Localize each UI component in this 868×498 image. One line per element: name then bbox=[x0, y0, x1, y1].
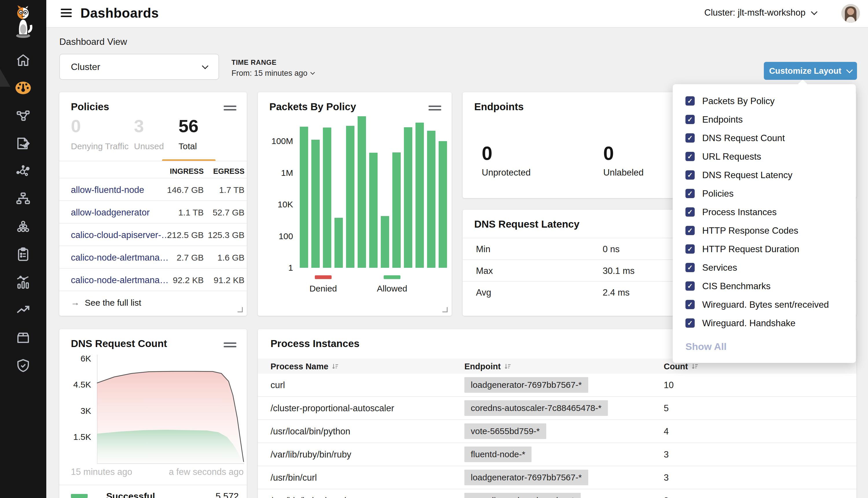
legend-swatch bbox=[315, 275, 332, 279]
dashboard-gauge-icon bbox=[15, 81, 31, 96]
see-full-list-link[interactable]: →See the full list bbox=[59, 291, 247, 313]
allowed-bar[interactable] bbox=[335, 218, 343, 268]
customize-layout-menu: ✓ Packets By Policy✓ Endpoints✓ DNS Requ… bbox=[673, 84, 856, 363]
policy-ingress-value: 146.7 GB bbox=[167, 185, 204, 195]
checkbox-checked-icon[interactable]: ✓ bbox=[685, 300, 695, 309]
endpoint-chip[interactable]: vote-5655bd759-* bbox=[464, 423, 546, 439]
cluster-selector[interactable]: Cluster: jlt-msft-workshop bbox=[704, 8, 816, 18]
menu-item-wireguard-handshake[interactable]: ✓ Wireguard. Handshake bbox=[673, 314, 856, 332]
checkbox-checked-icon[interactable]: ✓ bbox=[685, 207, 695, 217]
endpoint-chip[interactable]: loadgenerator-7697bb7567-* bbox=[464, 377, 588, 393]
policies-stat-denying-traffic[interactable]: 0Denying Traffic bbox=[71, 117, 129, 151]
policy-name-link[interactable]: allow-loadgenerator bbox=[71, 207, 150, 218]
drag-handle-icon[interactable] bbox=[224, 106, 236, 113]
column-count[interactable]: Count bbox=[664, 362, 699, 372]
resize-handle[interactable] bbox=[237, 307, 243, 312]
allowed-bar[interactable] bbox=[392, 153, 401, 268]
menu-toggle-icon[interactable] bbox=[61, 9, 72, 19]
allowed-bar[interactable] bbox=[415, 123, 424, 268]
menu-item-http-response-codes[interactable]: ✓ HTTP Response Codes bbox=[673, 221, 856, 240]
checkbox-checked-icon[interactable]: ✓ bbox=[685, 318, 695, 328]
sidebar-item-home[interactable] bbox=[14, 53, 33, 69]
menu-item-wireguard-bytes-sent-received[interactable]: ✓ Wireguard. Bytes sent/received bbox=[673, 295, 856, 314]
endpoint-chip[interactable]: loadgenerator-7697bb7567-* bbox=[464, 470, 588, 485]
sidebar-item-trend[interactable] bbox=[14, 302, 33, 319]
sidebar-item-service-graph[interactable] bbox=[14, 164, 33, 180]
column-process-name[interactable]: Process Name bbox=[271, 362, 339, 372]
sidebar-item-shield-check[interactable] bbox=[14, 358, 33, 374]
menu-item-policies[interactable]: ✓ Policies bbox=[673, 184, 856, 203]
sidebar-item-timeline-stats[interactable] bbox=[14, 275, 33, 291]
dnscount-legend-row: Successful 5,572 bbox=[59, 489, 247, 498]
chevron-down-icon bbox=[811, 9, 818, 15]
endpoint-chip[interactable]: fluentd-node-* bbox=[464, 446, 531, 462]
policy-name-link[interactable]: calico-node-alertmana… bbox=[71, 275, 169, 286]
allowed-bar[interactable] bbox=[369, 153, 378, 268]
allowed-bar[interactable] bbox=[427, 131, 436, 268]
column-endpoint[interactable]: Endpoint bbox=[464, 362, 511, 372]
checkbox-checked-icon[interactable]: ✓ bbox=[685, 115, 695, 124]
checkbox-checked-icon[interactable]: ✓ bbox=[685, 170, 695, 180]
drag-handle-icon[interactable] bbox=[224, 342, 236, 349]
checkbox-checked-icon[interactable]: ✓ bbox=[685, 263, 695, 272]
allowed-bar[interactable] bbox=[439, 141, 447, 268]
time-range-value[interactable]: From: 15 minutes ago bbox=[232, 69, 314, 78]
menu-item-cis-benchmarks[interactable]: ✓ CIS Benchmarks bbox=[673, 277, 856, 295]
allowed-bar[interactable] bbox=[311, 140, 320, 268]
allowed-bar[interactable] bbox=[323, 128, 331, 268]
customize-layout-button[interactable]: Customize Layout bbox=[764, 62, 857, 80]
endpoint-chip[interactable]: compliance-benchmarker-* bbox=[464, 493, 581, 498]
sidebar-item-cluster-nodes[interactable] bbox=[14, 219, 33, 235]
menu-item-services[interactable]: ✓ Services bbox=[673, 258, 856, 277]
allowed-bar[interactable] bbox=[358, 116, 366, 268]
legend-denied[interactable]: Denied bbox=[301, 275, 345, 293]
checkbox-checked-icon[interactable]: ✓ bbox=[685, 244, 695, 254]
sidebar-item-compliance-clipboard[interactable] bbox=[14, 247, 33, 263]
allowed-bar[interactable] bbox=[300, 127, 308, 268]
sidebar-item-policy-edit[interactable] bbox=[14, 136, 33, 152]
menu-item-dns-request-count[interactable]: ✓ DNS Request Count bbox=[673, 129, 856, 147]
sidebar-item-topology[interactable] bbox=[14, 192, 33, 208]
checkbox-checked-icon[interactable]: ✓ bbox=[685, 152, 695, 161]
allowed-bar[interactable] bbox=[404, 127, 412, 268]
policies-card-title: Policies bbox=[71, 101, 109, 113]
legend-allowed[interactable]: Allowed bbox=[370, 275, 414, 293]
menu-item-dns-request-latency[interactable]: ✓ DNS Request Latency bbox=[673, 166, 856, 184]
network-policy-icon bbox=[15, 108, 31, 124]
checkbox-checked-icon[interactable]: ✓ bbox=[685, 226, 695, 235]
sidebar-item-network-policy[interactable] bbox=[14, 108, 33, 124]
menu-item-packets-by-policy[interactable]: ✓ Packets By Policy bbox=[673, 92, 856, 110]
package-icon bbox=[15, 330, 31, 347]
checkbox-checked-icon[interactable]: ✓ bbox=[685, 96, 695, 106]
calico-cat-logo[interactable] bbox=[8, 5, 38, 39]
policy-name-link[interactable]: calico-cloud-apiserver-… bbox=[71, 230, 170, 240]
show-all-button[interactable]: Show All bbox=[685, 341, 726, 352]
checkbox-checked-icon[interactable]: ✓ bbox=[685, 281, 695, 291]
menu-item-endpoints[interactable]: ✓ Endpoints bbox=[673, 110, 856, 129]
endpoint-chip[interactable]: coredns-autoscaler-7c88465478-* bbox=[464, 400, 608, 416]
y-tick-label: 6K bbox=[59, 354, 91, 364]
allowed-bar[interactable] bbox=[346, 126, 354, 268]
menu-item-process-instances[interactable]: ✓ Process Instances bbox=[673, 203, 856, 221]
allowed-bar[interactable] bbox=[381, 216, 389, 268]
resize-handle[interactable] bbox=[442, 307, 448, 312]
policies-stat-unused[interactable]: 3Unused bbox=[134, 117, 164, 151]
shield-check-icon bbox=[15, 358, 31, 375]
user-avatar[interactable] bbox=[841, 4, 860, 23]
y-tick-label: 100M bbox=[258, 136, 293, 146]
compliance-clipboard-icon bbox=[15, 247, 31, 263]
dashboard-view-select[interactable]: Cluster bbox=[59, 54, 219, 80]
checkbox-checked-icon[interactable]: ✓ bbox=[685, 189, 695, 198]
policy-name-link[interactable]: calico-node-alertmana… bbox=[71, 252, 169, 263]
policies-stat-total[interactable]: 56Total bbox=[179, 117, 198, 151]
menu-item-http-request-duration[interactable]: ✓ HTTP Request Duration bbox=[673, 240, 856, 258]
process-name: /usr/local/bin/python bbox=[271, 426, 350, 437]
menu-item-url-requests[interactable]: ✓ URL Requests bbox=[673, 147, 856, 166]
checkbox-checked-icon[interactable]: ✓ bbox=[685, 133, 695, 143]
sidebar-item-package[interactable] bbox=[14, 330, 33, 346]
sidebar-item-dashboard-gauge[interactable] bbox=[14, 80, 33, 96]
dns-request-count-card: DNS Request Count 6K4.5K3K1.5K 15 minute… bbox=[59, 329, 247, 498]
y-tick-label: 1.5K bbox=[59, 432, 91, 442]
policy-name-link[interactable]: allow-fluentd-node bbox=[71, 185, 144, 195]
legend-swatch bbox=[384, 275, 400, 279]
